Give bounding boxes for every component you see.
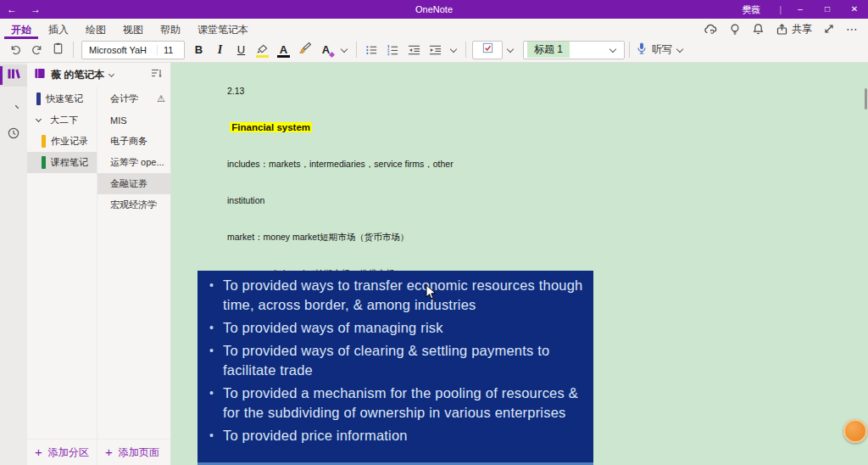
navigation-pane: 薇 的笔记本 快速笔记 [27,63,171,465]
bold-button[interactable]: B [188,40,209,60]
note-text: Financial system [230,122,312,132]
page-item[interactable]: 电子商务 [97,131,170,152]
dictate-button[interactable]: 听写 [636,42,672,58]
sort-icon[interactable] [151,67,163,82]
redo-button[interactable] [26,40,47,60]
section-label: 大二下 [50,114,78,126]
eraser-icon [329,51,335,57]
left-icon-bar [0,63,27,465]
tell-me-lightbulb-icon[interactable] [729,23,741,36]
section-color-tab [42,156,46,169]
slide-bullet-item: • To provided ways of managing risk [204,318,585,338]
page-item[interactable]: 宏观经济学 [97,194,170,216]
toolbar-divider [465,42,466,58]
note-line[interactable]: 2.13 [198,73,453,109]
library-books-icon [7,68,21,83]
section-label: 快速笔记 [46,92,83,105]
bullet-list-button[interactable] [361,40,382,60]
onenote-window: ← → OneNote 樊薇 | – □ ✕ 开始插入绘图视图帮助课堂笔记本 [0,0,868,465]
sync-warning-icon: ⚠ [157,93,165,104]
note-line[interactable]: includes：markets，intermediaries，service … [198,146,453,182]
recent-notes-button[interactable] [0,124,27,146]
paste-button[interactable] [47,40,69,60]
notebook-switcher[interactable]: 薇 的笔记本 [27,63,170,87]
ribbon-tab[interactable]: 插入 [42,19,75,39]
mouse-cursor [426,284,437,304]
indent-button[interactable] [425,40,446,60]
outdent-button[interactable] [403,40,425,60]
search-icon [7,97,20,114]
add-section-button[interactable]: + 添加分区 [27,439,97,465]
titlebar: ← → OneNote 樊薇 | – □ ✕ [0,0,868,19]
page-item[interactable]: 运筹学 ope... [97,152,170,173]
ribbon-tab[interactable]: 帮助 [153,19,187,39]
scrollbar-thumb[interactable] [865,88,867,109]
section-color-tab [42,135,46,148]
group-expand-chevron-icon[interactable] [36,116,42,122]
page-item[interactable]: MIS [97,109,170,131]
style-chevron-icon [609,45,616,52]
notebook-title: 薇 的笔记本 [51,68,104,82]
ribbon-more-button[interactable]: ⋯ [846,22,858,36]
font-color-button[interactable]: A [273,40,294,60]
toolbar-divider [356,42,357,58]
sync-status-icon[interactable] [704,23,718,36]
notebooks-nav-button[interactable] [0,64,27,87]
formatting-toolbar: Microsoft YaH 11 B I U A A [0,39,868,63]
search-button[interactable] [0,94,27,116]
section-item[interactable]: 快速笔记 [27,88,97,109]
section-label: 课程笔记 [51,156,88,169]
format-painter-button[interactable] [294,40,315,60]
slide-image[interactable]: • To provided ways to transfer economic … [198,271,593,465]
font-size-select[interactable]: 11 [157,45,184,55]
add-page-button[interactable]: + 添加页面 [97,439,170,465]
font-name-select[interactable]: Microsoft YaH [82,45,157,55]
section-item[interactable]: 大二下 [27,109,97,131]
slide-bullet-text: To provided ways of clearing & settling … [223,341,585,380]
page-list: 会计学 ⚠ MIS 电子商务 运筹学 ope... [97,87,170,465]
notifications-bell-icon[interactable] [752,23,765,36]
plus-icon: + [35,447,42,457]
ribbon-tab[interactable]: 课堂笔记本 [191,19,255,39]
fullscreen-toggle-icon[interactable] [823,23,835,35]
note-text: market：money market短期市场（货币市场） [227,232,409,242]
note-line[interactable]: institution [198,182,453,219]
page-label: MIS [110,115,127,126]
titlebar-divider: | [774,5,787,14]
ribbon-tab[interactable]: 开始 [4,19,38,39]
ribbon: 开始插入绘图视图帮助课堂笔记本 共享 [0,19,868,63]
todo-tag-button[interactable] [472,41,503,59]
ribbon-tab[interactable]: 绘图 [79,19,113,39]
tag-chevron-icon[interactable] [507,45,514,52]
clipboard-icon [52,42,64,59]
section-item[interactable]: 作业记录 [27,131,97,152]
font-group-chevron-icon[interactable] [341,45,348,52]
slide-bullet-item: • To provided ways of clearing & settlin… [204,341,585,380]
dictate-chevron-icon[interactable] [676,45,683,52]
page-label: 金融证券 [110,177,147,190]
page-item[interactable]: 会计学 ⚠ [97,88,170,109]
slide-bullet-text: To provided ways to transfer economic re… [223,276,585,315]
highlight-button[interactable] [252,40,273,60]
note-line[interactable]: market：money market短期市场（货币市场） [198,219,453,255]
page-item[interactable]: 金融证券 [97,173,170,194]
toolbar-divider [629,42,630,58]
note-line[interactable]: Financial system [198,109,453,146]
section-item[interactable]: 课程笔记 [27,152,97,173]
clear-formatting-button[interactable]: A [315,40,337,60]
italic-button[interactable]: I [209,40,231,60]
share-button[interactable]: 共享 [776,22,812,36]
page-label: 宏观经济学 [110,199,157,211]
slide-bullet-text: To provided a mechanism for the pooling … [223,384,585,423]
style-select[interactable]: 标题 1 [523,41,625,59]
floating-badge[interactable] [843,419,867,443]
page-label: 运筹学 ope... [110,156,164,169]
bullet-icon: • [204,426,223,445]
underline-button[interactable]: U [231,40,252,60]
numbered-list-button[interactable] [382,40,403,60]
ribbon-tab[interactable]: 视图 [116,19,150,39]
page-canvas[interactable]: 2.13 Financial system includes：markets，i… [171,63,868,465]
paragraph-group-chevron-icon[interactable] [450,45,457,52]
checkbox-icon [481,42,494,58]
undo-button[interactable] [5,40,26,60]
